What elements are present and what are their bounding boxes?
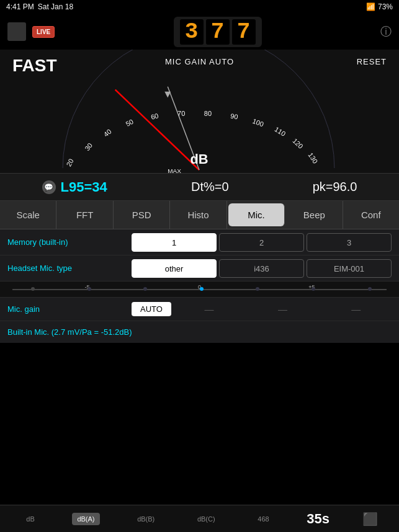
status-date: Sat Jan 18	[38, 2, 73, 11]
status-time: 4:41 PM	[6, 2, 34, 11]
tab-histo[interactable]: Histo	[170, 201, 226, 229]
svg-text:20: 20	[65, 157, 74, 167]
tab-beep[interactable]: Beep	[286, 201, 343, 229]
wifi-icon: 📶	[366, 2, 375, 11]
bottom-tab-dbb[interactable]: dB(B)	[132, 513, 159, 525]
digit-3: 7	[232, 19, 256, 45]
slider-track[interactable]: -5 0 +5	[12, 289, 387, 290]
status-left: 4:41 PM Sat Jan 18	[6, 2, 73, 11]
slider-row: -5 0 +5	[0, 282, 399, 298]
memory-btn-1[interactable]: 1	[132, 233, 217, 252]
svg-text:40: 40	[102, 128, 113, 138]
bottom-tab-468[interactable]: 468	[253, 513, 274, 525]
svg-text:130: 130	[307, 151, 319, 165]
headset-btn-i436[interactable]: i436	[219, 259, 304, 278]
svg-text:110: 110	[274, 125, 287, 138]
bottom-bar: dB dB(A) dB(B) dB(C) 468 35s ⬛	[0, 505, 399, 532]
top-header: LIVE 3 7 7 ⓘ	[0, 14, 399, 50]
headset-row: Headset Mic. type other i436 EIM-001	[0, 255, 399, 282]
dash-3: —	[321, 304, 392, 314]
memory-controls: 1 2 3	[132, 233, 392, 252]
record-icon[interactable]: ⬛	[362, 512, 378, 526]
digit-2: 7	[206, 19, 230, 45]
tab-psd[interactable]: PSD	[114, 201, 170, 229]
vu-section: FAST MIC GAIN AUTO RESET 20 30 40 50 60 …	[0, 50, 399, 174]
content-area: Memory (built-in) 1 2 3 Headset Mic. typ…	[0, 229, 399, 343]
svg-text:80: 80	[204, 110, 212, 117]
timer-display: 35s	[307, 511, 330, 527]
svg-text:50: 50	[124, 118, 134, 128]
dash-1: —	[174, 304, 244, 314]
builtin-info: Built-in Mic. (2.7 mV/Pa = -51.2dB)	[0, 321, 399, 343]
counter-display: 3 7 7	[174, 17, 262, 47]
stats-bar: 💬 L95=34 Dt%=0 pk=96.0	[0, 174, 399, 201]
status-right: 📶 73%	[366, 2, 393, 11]
svg-text:60: 60	[150, 112, 159, 121]
headset-controls: other i436 EIM-001	[132, 259, 392, 278]
headset-btn-eim001[interactable]: EIM-001	[307, 259, 392, 278]
dash-2: —	[247, 304, 318, 314]
mic-gain-controls: AUTO — — —	[132, 302, 392, 316]
svg-text:dB: dB	[190, 151, 208, 167]
tab-fft[interactable]: FFT	[56, 201, 113, 229]
stats-bubble: 💬 L95=34	[42, 179, 107, 195]
mic-gain-label: Mic. gain	[7, 304, 132, 314]
svg-text:100: 100	[251, 117, 264, 128]
memory-row: Memory (built-in) 1 2 3	[0, 229, 399, 255]
live-button[interactable]: LIVE	[32, 26, 55, 38]
svg-text:30: 30	[83, 141, 94, 152]
memory-btn-2[interactable]: 2	[219, 233, 304, 252]
memory-label: Memory (built-in)	[7, 237, 132, 247]
tab-conf[interactable]: Conf	[343, 201, 399, 229]
vu-meter-display: 20 30 40 50 60 70 80 90 100 110 120 130 …	[0, 50, 399, 173]
tab-mic[interactable]: Mic.	[228, 203, 285, 226]
pk-value: pk=96.0	[313, 180, 357, 194]
headset-label: Headset Mic. type	[7, 264, 132, 273]
bottom-tab-dbc[interactable]: dB(C)	[192, 513, 220, 525]
bottom-tab-db[interactable]: dB	[21, 513, 39, 525]
dt-value: Dt%=0	[191, 180, 229, 194]
mic-gain-row: Mic. gain AUTO — — —	[0, 298, 399, 321]
l95-value: L95=34	[61, 179, 107, 195]
memory-btn-3[interactable]: 3	[307, 233, 392, 252]
svg-text:90: 90	[230, 112, 238, 121]
bubble-icon: 💬	[42, 180, 56, 194]
svg-marker-125	[164, 92, 171, 98]
digit-1: 3	[180, 19, 204, 45]
svg-text:MAX: MAX	[168, 167, 181, 173]
headset-btn-other[interactable]: other	[132, 259, 217, 278]
auto-button[interactable]: AUTO	[132, 302, 171, 316]
battery-level: 73%	[378, 2, 393, 11]
status-bar: 4:41 PM Sat Jan 18 📶 73%	[0, 0, 399, 14]
tab-scale[interactable]: Scale	[0, 201, 56, 229]
info-icon[interactable]: ⓘ	[380, 24, 392, 39]
svg-line-123	[115, 90, 199, 170]
svg-text:120: 120	[291, 137, 304, 150]
bottom-tab-dba[interactable]: dB(A)	[72, 513, 99, 525]
tab-bar: Scale FFT PSD Histo Mic. Beep Conf	[0, 201, 399, 229]
